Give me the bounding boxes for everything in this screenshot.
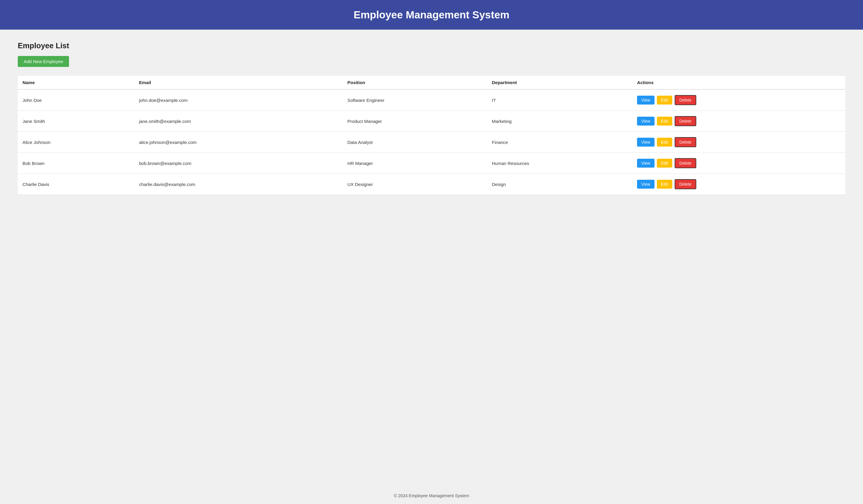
- cell-department: IT: [487, 89, 632, 111]
- cell-actions: ViewEditDelete: [632, 153, 845, 174]
- view-button[interactable]: View: [637, 159, 654, 168]
- table-header-row: Name Email Position Department Actions: [18, 76, 845, 89]
- cell-position: Data Analyst: [343, 132, 487, 153]
- footer-text: © 2024 Employee Management System: [394, 493, 470, 498]
- cell-email: john.doe@example.com: [134, 89, 343, 111]
- main-content: Employee List Add New Employee Name Emai…: [0, 29, 863, 488]
- cell-actions: ViewEditDelete: [632, 111, 845, 132]
- cell-name: John Doe: [18, 89, 134, 111]
- view-button[interactable]: View: [637, 96, 654, 104]
- delete-button[interactable]: Delete: [675, 116, 696, 126]
- table-header: Name Email Position Department Actions: [18, 76, 845, 89]
- cell-name: Alice Johnson: [18, 132, 134, 153]
- app-footer: © 2024 Employee Management System: [0, 488, 863, 504]
- col-actions: Actions: [632, 76, 845, 89]
- table-row: Charlie Davischarlie.davis@example.comUX…: [18, 174, 845, 195]
- cell-actions: ViewEditDelete: [632, 89, 845, 111]
- cell-department: Design: [487, 174, 632, 195]
- cell-position: UX Designer: [343, 174, 487, 195]
- delete-button[interactable]: Delete: [675, 137, 696, 147]
- cell-name: Bob Brown: [18, 153, 134, 174]
- delete-button[interactable]: Delete: [675, 95, 696, 105]
- actions-container: ViewEditDelete: [637, 95, 840, 105]
- cell-position: Product Manager: [343, 111, 487, 132]
- table-row: Alice Johnsonalice.johnson@example.comDa…: [18, 132, 845, 153]
- edit-button[interactable]: Edit: [657, 180, 672, 189]
- actions-container: ViewEditDelete: [637, 116, 840, 126]
- app-title: Employee Management System: [6, 9, 857, 21]
- view-button[interactable]: View: [637, 180, 654, 189]
- section-title: Employee List: [18, 41, 845, 50]
- actions-container: ViewEditDelete: [637, 179, 840, 189]
- table-row: Bob Brownbob.brown@example.comHR Manager…: [18, 153, 845, 174]
- cell-actions: ViewEditDelete: [632, 132, 845, 153]
- view-button[interactable]: View: [637, 117, 654, 126]
- edit-button[interactable]: Edit: [657, 117, 672, 126]
- col-name: Name: [18, 76, 134, 89]
- cell-email: bob.brown@example.com: [134, 153, 343, 174]
- edit-button[interactable]: Edit: [657, 138, 672, 147]
- cell-name: Jane Smith: [18, 111, 134, 132]
- cell-email: alice.johnson@example.com: [134, 132, 343, 153]
- add-new-employee-button[interactable]: Add New Employee: [18, 56, 69, 67]
- actions-container: ViewEditDelete: [637, 137, 840, 147]
- view-button[interactable]: View: [637, 138, 654, 147]
- cell-position: HR Manager: [343, 153, 487, 174]
- delete-button[interactable]: Delete: [675, 179, 696, 189]
- col-email: Email: [134, 76, 343, 89]
- cell-email: charlie.davis@example.com: [134, 174, 343, 195]
- cell-actions: ViewEditDelete: [632, 174, 845, 195]
- table-row: John Doejohn.doe@example.comSoftware Eng…: [18, 89, 845, 111]
- edit-button[interactable]: Edit: [657, 159, 672, 168]
- cell-department: Finance: [487, 132, 632, 153]
- actions-container: ViewEditDelete: [637, 158, 840, 168]
- delete-button[interactable]: Delete: [675, 158, 696, 168]
- table-body: John Doejohn.doe@example.comSoftware Eng…: [18, 89, 845, 195]
- col-position: Position: [343, 76, 487, 89]
- cell-department: Marketing: [487, 111, 632, 132]
- cell-department: Human Resources: [487, 153, 632, 174]
- app-header: Employee Management System: [0, 0, 863, 29]
- edit-button[interactable]: Edit: [657, 96, 672, 104]
- cell-email: jane.smith@example.com: [134, 111, 343, 132]
- table-row: Jane Smithjane.smith@example.comProduct …: [18, 111, 845, 132]
- employee-table: Name Email Position Department Actions J…: [18, 76, 845, 195]
- col-department: Department: [487, 76, 632, 89]
- cell-name: Charlie Davis: [18, 174, 134, 195]
- cell-position: Software Engineer: [343, 89, 487, 111]
